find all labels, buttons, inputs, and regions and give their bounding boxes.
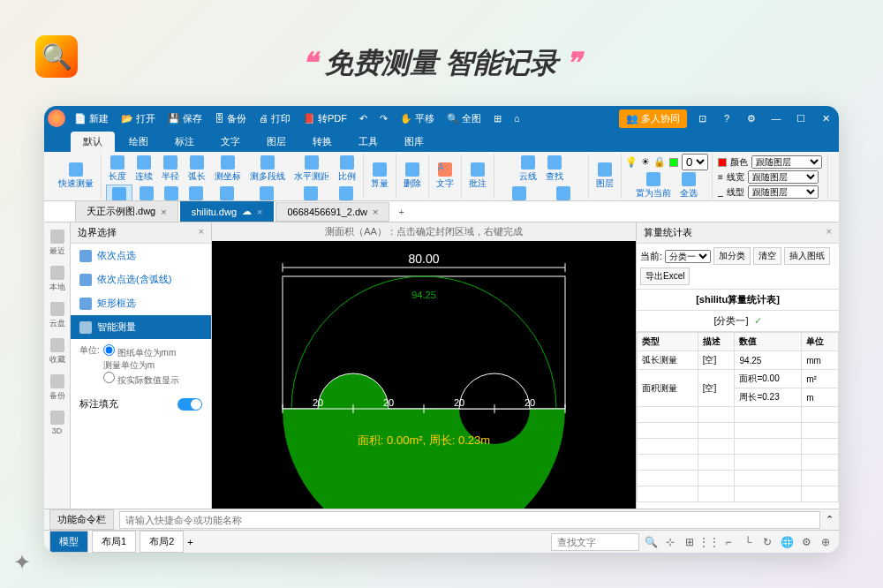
angle-button[interactable]: 角度 [184,185,208,201]
category-select[interactable]: 分类一 [665,250,711,263]
globe-icon[interactable]: 🌐 [779,534,795,550]
cmd-expand-icon[interactable]: ⌃ [826,514,834,525]
layer-button[interactable]: 图层 [592,161,617,192]
find-button[interactable]: 查找 [542,154,567,185]
selall-button[interactable]: 全选 [676,170,701,201]
layer-color-swatch[interactable] [669,158,678,167]
tab-layer[interactable]: 图层 [254,132,298,152]
compare-button[interactable]: 图纸对比 [498,185,540,201]
unit-radio-1[interactable]: 图纸单位为mm 测量单位为m [103,344,179,372]
layout-icon[interactable]: ⊡ [692,113,712,124]
cloud-button[interactable]: 云线 [516,154,540,185]
pdf-button[interactable]: 📕 转PDF [299,110,351,127]
ortho-icon[interactable]: ⌐ [721,534,736,550]
tab-default[interactable]: 默认 [71,132,115,152]
layout-model[interactable]: 模型 [49,531,88,553]
table-row[interactable]: 面积测量[空]面积=0.00m² [638,370,839,388]
new-button[interactable]: 📄 新建 [71,110,112,127]
tab-draw[interactable]: 绘图 [117,132,161,152]
stats-close-icon[interactable]: × [826,226,832,239]
opt-click[interactable]: 依次点选 [71,244,211,268]
lineweight-select[interactable]: 跟随图层 [748,170,819,184]
arc-button[interactable]: 弧长 [185,154,209,185]
search-icon[interactable]: 🔍 [643,534,659,550]
dock-local[interactable]: 本地 [49,266,65,293]
coord-button[interactable]: 测坐标 [211,154,245,185]
layer-lock-icon[interactable]: 🔒 [653,156,666,168]
home-button[interactable]: ⌂ [510,111,524,125]
tab-annotate[interactable]: 标注 [162,132,207,152]
collab-button[interactable]: 👥 多人协同 [619,109,687,128]
unit-radio-2[interactable]: 按实际数值显示 [103,372,179,387]
vert-button[interactable]: 垂直测距 [290,185,332,201]
search-input[interactable] [551,533,639,551]
dock-cloud[interactable]: 云盘 [49,302,65,329]
doc-tab-2[interactable]: shilitu.dwg☁× [180,201,275,222]
linetype-select[interactable]: 跟随图层 [748,185,819,199]
layout-1[interactable]: 布局1 [92,531,136,553]
tab-library[interactable]: 图库 [392,132,436,152]
save-button[interactable]: 💾 保存 [164,110,206,127]
horiz-button[interactable]: 水平测距 [291,154,333,185]
dock-backup[interactable]: 备份 [49,374,65,402]
text-button[interactable]: A文字 [433,161,457,192]
gap-button[interactable]: 测间距 [210,185,244,201]
close-tab-icon[interactable]: × [161,207,166,217]
doc-tab-3[interactable]: 0668456691_2.dw× [275,202,389,222]
moveview-button[interactable]: 移动视口 [542,185,585,201]
fill-toggle[interactable] [177,398,202,411]
clear-button[interactable]: 清空 [753,247,781,265]
remove-button[interactable]: 删除 [400,161,425,192]
tab-convert[interactable]: 转换 [300,132,344,152]
dock-recent[interactable]: 最近 [49,230,65,257]
command-input[interactable] [119,511,820,529]
color-select[interactable]: 跟随图层 [751,155,822,169]
help-icon[interactable]: ? [717,113,736,124]
circle-button[interactable]: 圆▾ [161,185,182,201]
panel-close-icon[interactable]: × [199,226,204,239]
more-icon[interactable]: ⊕ [818,534,834,550]
refresh-icon[interactable]: ↻ [759,534,775,550]
settings2-icon[interactable]: ⚙ [798,534,814,550]
dock-favorite[interactable]: 收藏 [49,338,65,366]
fillarea-button[interactable]: 填充面积 [245,185,288,201]
backup-button[interactable]: 🗄 备份 [211,110,250,127]
grid-button[interactable]: ⊞ [490,111,505,126]
tab-tools[interactable]: 工具 [346,132,390,152]
annotate-button[interactable]: 批注 [465,161,490,192]
setcurrent-button[interactable]: 置为当前 [632,170,675,201]
pan-button[interactable]: ✋ 平移 [396,110,438,127]
opt-rect[interactable]: 矩形框选 [71,291,211,315]
print-button[interactable]: 🖨 打印 [255,110,294,127]
tab-text[interactable]: 文字 [208,132,253,152]
drawing-canvas[interactable]: 80.00 94.25 20 20 20 20 面积: 0.00m², 周长: … [212,241,636,509]
color-swatch[interactable] [718,158,727,167]
ratio-button[interactable]: 比例 [335,154,359,185]
undo-button[interactable]: ↶ [356,111,371,126]
layer-lightbulb-icon[interactable]: 💡 [625,156,638,168]
opt-smart[interactable]: 智能测量 [71,315,211,339]
addcat-button[interactable]: 加分类 [713,247,751,265]
redo-button[interactable]: ↷ [376,111,391,126]
layer-select[interactable]: 0 [682,154,708,170]
snap-icon[interactable]: ⊹ [662,534,678,550]
minimize-button[interactable]: — [766,113,786,124]
add-tab-button[interactable]: + [391,207,411,217]
maximize-button[interactable]: ☐ [791,113,811,124]
area-button[interactable]: 面积 [106,185,132,201]
cont-button[interactable]: 连续 [132,154,156,185]
stat-button[interactable]: 统计 [334,185,358,201]
radius-button[interactable]: 半径 [158,154,183,185]
opt-click-arc[interactable]: 依次点选(含弧线) [71,268,211,291]
fastmeasure-button[interactable]: 快速测量 [55,161,97,192]
calc-button[interactable]: 算量 [367,161,392,192]
polar-icon[interactable]: └ [740,534,756,550]
grid-icon[interactable]: ⊞ [682,534,698,550]
insert-button[interactable]: 插入图纸 [784,247,830,265]
add-layout-button[interactable]: + [187,537,192,547]
close-tab-icon[interactable]: × [373,207,378,217]
fullview-button[interactable]: 🔍 全图 [443,110,485,127]
close-button[interactable]: ✕ [816,113,835,124]
settings-icon[interactable]: ⚙ [742,113,761,124]
close-tab-icon[interactable]: × [257,207,262,217]
